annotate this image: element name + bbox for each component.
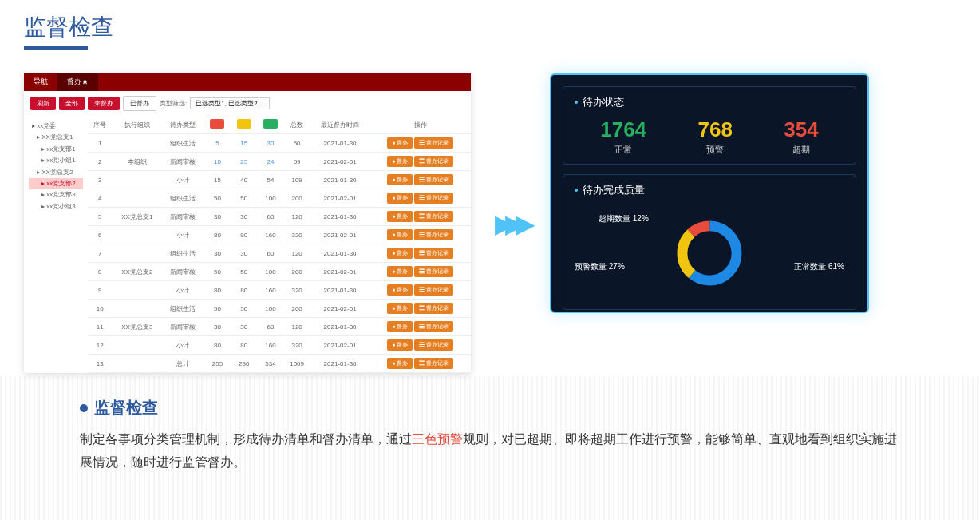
record-button[interactable]: ☰ 督办记录: [414, 248, 453, 259]
done-button[interactable]: 已督办: [123, 96, 156, 111]
record-button[interactable]: ☰ 督办记录: [414, 358, 453, 369]
cell-red: 80: [204, 336, 231, 355]
cell-red[interactable]: 10: [204, 153, 231, 171]
supervise-button[interactable]: ● 督办: [387, 211, 413, 222]
tab-nav[interactable]: 导航: [24, 73, 57, 91]
cell-yellow[interactable]: 25: [231, 153, 257, 171]
cell-idx: 13: [88, 355, 113, 373]
tab-supervise[interactable]: 督办★: [57, 73, 98, 91]
cell-total: 320: [284, 281, 310, 300]
record-button[interactable]: ☰ 督办记录: [414, 193, 453, 204]
supervise-button[interactable]: ● 督办: [387, 266, 413, 277]
record-button[interactable]: ☰ 督办记录: [414, 229, 453, 240]
cell-yellow[interactable]: 15: [231, 134, 257, 153]
cell-yellow: 80: [231, 336, 257, 355]
supervise-button[interactable]: ● 督办: [387, 193, 413, 204]
tree-item[interactable]: ▸ XX党总支2: [29, 167, 83, 178]
cell-red: 80: [204, 281, 231, 300]
cell-time: 2021-02-01: [310, 336, 370, 355]
page-title: 监督检查: [0, 0, 980, 46]
supervise-button[interactable]: ● 督办: [387, 174, 413, 185]
record-button[interactable]: ☰ 督办记录: [414, 137, 453, 149]
red-indicator-icon: [210, 119, 224, 129]
cell-total: 109: [284, 171, 310, 189]
cell-org: XX党总支2: [113, 263, 163, 281]
record-button[interactable]: ☰ 督办记录: [414, 321, 453, 332]
quality-title: 待办完成质量: [575, 183, 844, 197]
record-button[interactable]: ☰ 督办记录: [414, 266, 453, 277]
cell-total: 200: [284, 300, 310, 318]
supervise-button[interactable]: ● 督办: [387, 339, 413, 351]
cell-time: 2021-01-30: [310, 244, 370, 263]
cell-time: 2021-01-30: [310, 134, 370, 153]
tree-item[interactable]: ▸ xx党小组1: [29, 155, 83, 166]
cell-idx: 1: [88, 134, 113, 153]
cell-total: 1069: [284, 355, 310, 373]
tree-item[interactable]: ▸ xx党小组3: [29, 201, 83, 212]
cell-actions: ● 督办☰ 督办记录: [370, 226, 471, 244]
cell-red: 80: [204, 226, 231, 244]
supervise-button[interactable]: ● 督办: [387, 248, 413, 259]
supervise-button[interactable]: ● 督办: [387, 321, 413, 332]
stat-item: 354超期: [784, 117, 818, 156]
supervise-table: 序号执行组织待办类型总数最近督办时间操作 1组织生活51530502021-01…: [88, 116, 471, 373]
status-title-text: 待办状态: [583, 95, 624, 109]
cell-org: [113, 244, 163, 263]
tree-item[interactable]: ▸ xx党委: [29, 121, 83, 132]
filter-input[interactable]: [190, 97, 270, 109]
cell-green[interactable]: 24: [257, 153, 283, 171]
supervise-button[interactable]: ● 督办: [387, 303, 413, 314]
table-header-cell: [204, 116, 231, 134]
cell-red: 255: [204, 355, 231, 373]
donut-chart: [674, 217, 745, 289]
cell-time: 2021-02-01: [310, 153, 370, 171]
cell-red: 30: [204, 318, 231, 336]
record-button[interactable]: ☰ 督办记录: [414, 303, 453, 314]
supervise-button[interactable]: ● 督办: [387, 229, 413, 240]
cell-total: 120: [284, 318, 310, 336]
table-header-cell: 序号: [88, 116, 113, 134]
record-button[interactable]: ☰ 督办记录: [414, 284, 453, 296]
record-button[interactable]: ☰ 督办记录: [414, 174, 453, 185]
cell-idx: 3: [88, 171, 113, 189]
tree-item[interactable]: ▸ XX党总支1: [29, 132, 83, 143]
cell-green[interactable]: 30: [257, 134, 283, 153]
pending-button[interactable]: 未督办: [88, 97, 120, 110]
cell-idx: 5: [88, 208, 113, 226]
supervise-button[interactable]: ● 督办: [387, 156, 413, 167]
green-indicator-icon: [263, 119, 278, 129]
refresh-button[interactable]: 刷新: [30, 97, 56, 110]
cell-type: 组织生活: [162, 244, 204, 263]
tree-item[interactable]: ▸ xx党支部1: [29, 144, 83, 155]
cell-red: 30: [204, 244, 231, 263]
tree-item[interactable]: ▸ xx党支部3: [29, 189, 83, 200]
cell-red[interactable]: 5: [204, 134, 231, 153]
cell-green: 100: [257, 263, 283, 281]
table-row: 12小计80801603202021-02-01● 督办☰ 督办记录: [88, 336, 471, 355]
cell-type: 新闻审核: [162, 263, 204, 281]
left-app-panel: 导航 督办★ 刷新 全部 未督办 已督办 类型筛选: ▸ xx党委▸ XX党总支…: [24, 73, 471, 373]
cell-time: 2021-01-30: [310, 171, 370, 189]
cell-type: 新闻审核: [162, 153, 204, 171]
record-button[interactable]: ☰ 督办记录: [414, 211, 453, 222]
cell-green: 534: [257, 355, 283, 373]
cell-green: 60: [257, 318, 283, 336]
desc-text: 制定各事项分类管理机制，形成待办清单和督办清单，通过三色预警规则，对已超期、即将…: [80, 428, 900, 474]
table-row: 10组织生活50501002002021-02-01● 督办☰ 督办记录: [88, 300, 471, 318]
cell-total: 59: [284, 153, 310, 171]
cell-total: 120: [284, 244, 310, 263]
supervise-button[interactable]: ● 督办: [387, 284, 413, 296]
cell-red: 50: [204, 263, 231, 281]
cell-total: 50: [284, 134, 310, 153]
app-tabs: 导航 督办★: [24, 73, 471, 91]
supervise-button[interactable]: ● 督办: [387, 358, 413, 369]
record-button[interactable]: ☰ 督办记录: [414, 156, 453, 167]
table-row: 2本组织新闻审核102524592021-02-01● 督办☰ 督办记录: [88, 153, 471, 171]
all-button[interactable]: 全部: [59, 97, 85, 110]
cell-actions: ● 督办☰ 督办记录: [370, 336, 471, 355]
table-row: 1组织生活51530502021-01-30● 督办☰ 督办记录: [88, 134, 471, 153]
cell-org: XX党总支3: [113, 318, 163, 336]
supervise-button[interactable]: ● 督办: [387, 137, 413, 149]
record-button[interactable]: ☰ 督办记录: [414, 339, 453, 351]
tree-item[interactable]: ▸ xx党支部2: [29, 178, 83, 189]
